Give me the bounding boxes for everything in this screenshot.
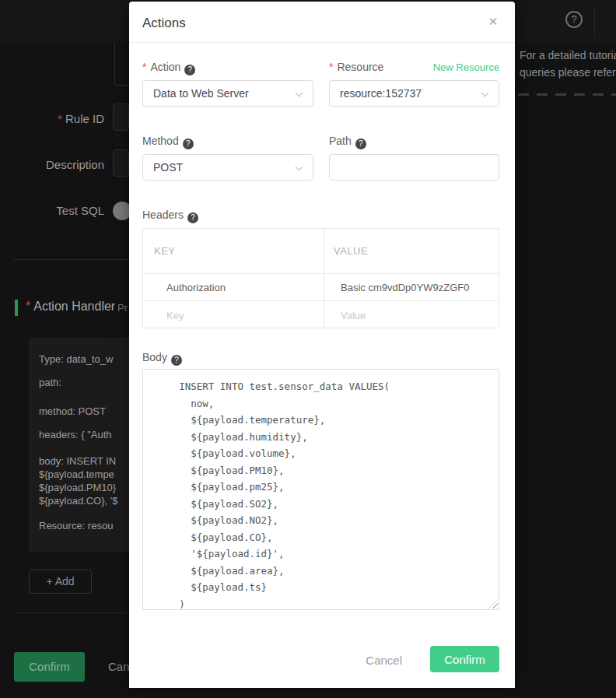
resource-label: *Resource [329,61,383,73]
modal-confirm-button[interactable]: Confirm [430,646,499,672]
summary-path-line: path: [39,377,61,388]
new-resource-link[interactable]: New Resource [433,61,499,73]
close-icon[interactable]: ✕ [485,14,501,30]
modal-cancel-button[interactable]: Cancel [366,654,402,667]
table-header-row: KEY VALUE [143,229,499,273]
body-textarea[interactable]: INSERT INTO test.sensor_data VALUES( now… [142,369,499,610]
table-row [143,273,499,300]
required-marker: * [26,300,30,313]
header-key-input[interactable] [166,301,318,329]
test-sql-label: Test SQL [0,204,104,217]
help-icon[interactable]: ? [565,11,583,28]
resource-select[interactable]: resource:152737 [329,80,499,107]
action-select[interactable]: Data to Web Server [142,80,313,107]
header-value-input[interactable] [341,274,495,300]
background-panel-corner [114,43,129,86]
tutorial-note: For a detailed tutorial queries please r… [520,47,616,81]
summary-body-line: body: INSERT IN [39,455,116,467]
section-divider [14,259,129,260]
action-help-icon[interactable]: ? [184,65,195,75]
headers-help-icon[interactable]: ? [187,212,198,223]
description-input[interactable] [113,149,129,177]
table-row [143,300,499,329]
header-value-input[interactable] [341,301,495,329]
required-marker: * [329,61,333,73]
header-key-input[interactable] [166,274,318,300]
headers-table: KEY VALUE [142,228,499,328]
body-help-icon[interactable]: ? [171,355,182,366]
body-label: Body? [142,351,182,366]
summary-resource-line: Resource: resou [39,520,113,531]
action-label: *Action? [142,61,195,75]
required-marker: * [142,61,146,73]
tutorial-line-2: queries please refer to [520,64,616,81]
actions-modal: Actions ✕ *Action? *Resource New Resourc… [129,2,515,688]
action-summary-card: Type: data_to_w path: method: POST heade… [29,338,129,552]
path-label: Path? [329,135,366,149]
chevron-down-icon [296,163,303,171]
required-marker: * [58,112,62,125]
action-select-value: Data to Web Server [153,87,249,100]
method-help-icon[interactable]: ? [183,139,194,149]
summary-method-line: method: POST [39,405,106,417]
modal-title: Actions [142,16,186,31]
chevron-down-icon [296,89,303,97]
headers-label: Headers? [142,209,198,223]
footer-divider [14,612,129,613]
summary-body-line: ${payload.CO}, '$ [39,495,118,507]
navbar-divider [594,6,595,36]
path-input[interactable] [329,154,499,181]
description-label: Description [0,158,104,171]
section-accent-bar [15,300,18,316]
chevron-down-icon [481,89,489,97]
summary-type-line: Type: data_to_w [39,353,113,365]
add-action-button[interactable]: + Add [29,570,92,594]
resource-select-value: resource:152737 [340,87,422,100]
summary-body-line: ${payload.PM10} [39,482,116,493]
rule-id-label: *Rule ID [0,112,104,125]
value-column-header: VALUE [334,245,368,257]
action-handler-label: *Action Handler [26,300,115,314]
action-handler-hint: Pr [117,302,128,314]
method-label: Method? [142,135,194,149]
key-column-header: KEY [154,245,176,257]
modal-header: Actions ✕ [129,2,515,43]
page-confirm-button[interactable]: Confirm [14,652,85,682]
method-select[interactable]: POST [142,154,313,181]
rule-id-input[interactable] [113,103,129,131]
summary-body-line: ${payload.tempe [39,468,114,480]
method-select-value: POST [153,161,183,174]
summary-headers-line: headers: { "Auth [39,429,112,440]
dashed-divider [518,93,616,96]
path-help-icon[interactable]: ? [355,139,366,149]
tutorial-line-1: For a detailed tutorial [520,47,616,64]
